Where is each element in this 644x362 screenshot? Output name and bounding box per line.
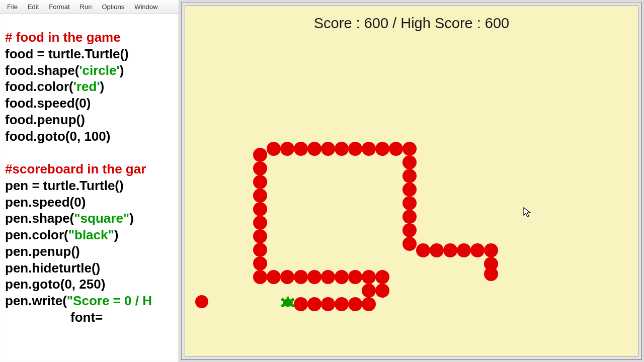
snake-segment xyxy=(403,183,417,197)
snake-segment xyxy=(348,142,362,156)
code-line: font= xyxy=(5,309,177,326)
score-text: Score : 600 / High Score : 600 xyxy=(185,15,638,32)
code-line: pen.goto(0, 250) xyxy=(5,276,177,293)
snake-segment xyxy=(253,189,267,203)
snake-segment xyxy=(403,210,417,224)
snake-segment xyxy=(362,284,376,298)
snake-segment xyxy=(362,297,376,311)
snake-segment xyxy=(375,142,389,156)
snake-segment xyxy=(484,243,498,257)
snake-segment xyxy=(403,223,417,237)
snake-segment xyxy=(348,270,362,284)
menu-window[interactable]: Window xyxy=(129,2,163,12)
turtle-game-window: Score : 600 / High Score : 600 xyxy=(179,0,644,362)
code-line: pen.write("Score = 0 / H xyxy=(5,293,177,309)
code-line: #scoreboard in the gar xyxy=(5,161,177,177)
code-line: pen.color("black") xyxy=(5,227,177,243)
snake-segment xyxy=(307,142,321,156)
snake-segment xyxy=(403,237,417,251)
snake-segment xyxy=(253,175,267,189)
menu-file[interactable]: File xyxy=(2,2,23,12)
code-line: pen.speed(0) xyxy=(5,194,177,211)
snake-segment xyxy=(403,142,417,156)
snake-segment xyxy=(484,267,498,281)
code-line: # food in the game xyxy=(5,29,177,46)
code-line: food.goto(0, 100) xyxy=(5,128,177,145)
code-line: pen.hideturtle() xyxy=(5,260,177,277)
snake-segment xyxy=(253,270,267,284)
code-line xyxy=(5,144,177,161)
svg-point-2 xyxy=(291,298,294,301)
snake-segment xyxy=(375,284,389,298)
code-line: food.penup() xyxy=(5,112,177,128)
code-line: pen.shape("square") xyxy=(5,210,177,227)
snake-segment xyxy=(335,142,349,156)
turtle-head-icon xyxy=(281,297,295,309)
svg-point-5 xyxy=(287,297,289,299)
svg-point-0 xyxy=(283,299,293,307)
snake-segment xyxy=(403,169,417,183)
food-icon xyxy=(195,295,208,308)
snake-segment xyxy=(253,202,267,216)
svg-point-1 xyxy=(281,298,284,301)
snake-segment xyxy=(267,142,281,156)
menu-options[interactable]: Options xyxy=(97,2,129,12)
code-line: food = turtle.Turtle() xyxy=(5,46,177,62)
snake-segment xyxy=(267,270,281,284)
game-frame: Score : 600 / High Score : 600 xyxy=(181,2,642,360)
snake-segment xyxy=(416,243,430,257)
snake-segment xyxy=(362,270,376,284)
snake-segment xyxy=(321,270,335,284)
menubar: File Edit Format Run Options Window xyxy=(0,0,179,14)
snake-segment xyxy=(403,155,417,169)
snake-segment xyxy=(430,243,444,257)
snake-segment xyxy=(375,270,389,284)
code-line: pen.penup() xyxy=(5,243,177,260)
code-line: food.speed(0) xyxy=(5,95,177,112)
snake-segment xyxy=(443,243,457,257)
snake-segment xyxy=(321,142,335,156)
snake-segment xyxy=(335,270,349,284)
snake-segment xyxy=(457,243,471,257)
snake-segment xyxy=(253,148,267,162)
mouse-cursor-icon xyxy=(523,207,531,218)
snake-segment xyxy=(253,229,267,243)
idle-editor-window: File Edit Format Run Options Window # fo… xyxy=(0,0,179,362)
code-line: food.shape('circle') xyxy=(5,62,177,79)
snake-segment xyxy=(335,297,349,311)
snake-segment xyxy=(280,142,294,156)
svg-point-3 xyxy=(281,304,284,307)
snake-segment xyxy=(321,297,335,311)
menu-run[interactable]: Run xyxy=(75,2,97,12)
snake-segment xyxy=(253,243,267,257)
snake-segment xyxy=(348,297,362,311)
snake-segment xyxy=(403,196,417,210)
code-line: pen = turtle.Turtle() xyxy=(5,177,177,194)
code-line: food.color('red') xyxy=(5,78,177,95)
snake-segment xyxy=(294,297,308,311)
snake-segment xyxy=(294,142,308,156)
menu-edit[interactable]: Edit xyxy=(23,2,44,12)
snake-segment xyxy=(280,270,294,284)
game-canvas[interactable]: Score : 600 / High Score : 600 xyxy=(185,6,638,356)
svg-point-4 xyxy=(291,304,294,307)
snake-segment xyxy=(253,216,267,230)
snake-segment xyxy=(253,256,267,270)
menu-format[interactable]: Format xyxy=(44,2,74,12)
snake-segment xyxy=(362,142,376,156)
snake-segment xyxy=(253,161,267,175)
code-editor[interactable]: # food in the gamefood = turtle.Turtle()… xyxy=(0,14,179,362)
snake-segment xyxy=(470,243,485,257)
snake-segment xyxy=(389,142,403,156)
snake-segment xyxy=(294,270,308,284)
snake-segment xyxy=(307,297,321,311)
snake-segment xyxy=(307,270,321,284)
